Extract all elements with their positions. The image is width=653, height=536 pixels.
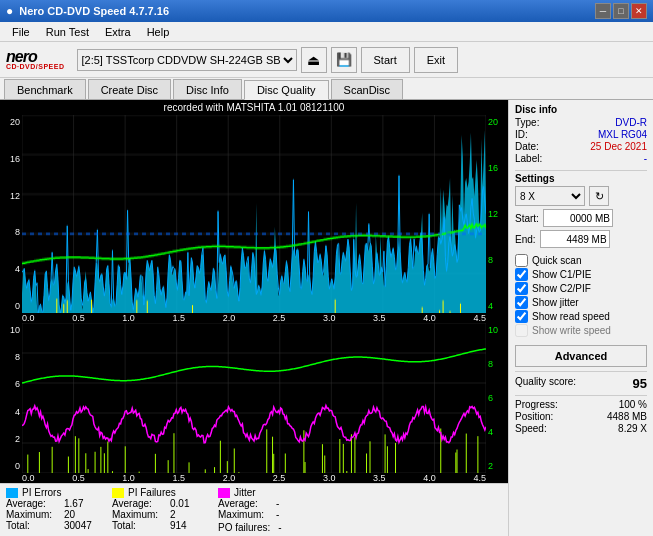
- pi-failures-avg-value: 0.01: [170, 498, 189, 509]
- show-c2pif-checkbox[interactable]: [515, 282, 528, 295]
- disc-type-value: DVD-R: [615, 117, 647, 128]
- show-read-speed-checkbox[interactable]: [515, 310, 528, 323]
- pi-failures-title: PI Failures: [128, 487, 176, 498]
- progress-section: Progress: 100 % Position: 4488 MB Speed:…: [515, 399, 647, 434]
- start-input[interactable]: [543, 209, 613, 227]
- divider-2: [515, 371, 647, 372]
- disc-label-label: Label:: [515, 153, 542, 164]
- pi-errors-max-label: Maximum:: [6, 509, 56, 520]
- settings-heading: Settings: [515, 173, 647, 184]
- speed-value: 8.29 X: [618, 423, 647, 434]
- close-button[interactable]: ✕: [631, 3, 647, 19]
- show-jitter-checkbox[interactable]: [515, 296, 528, 309]
- show-write-speed-checkbox: [515, 324, 528, 337]
- pi-errors-total-value: 30047: [64, 520, 92, 531]
- quick-scan-checkbox[interactable]: [515, 254, 528, 267]
- save-icon-button[interactable]: 💾: [331, 47, 357, 73]
- quick-scan-row: Quick scan: [515, 254, 647, 267]
- pi-errors-total-label: Total:: [6, 520, 56, 531]
- start-row: Start:: [515, 209, 647, 227]
- stats-bar: PI Errors Average: 1.67 Maximum: 20 Tota…: [0, 483, 508, 536]
- refresh-icon-button[interactable]: ↻: [589, 186, 609, 206]
- show-c2pif-row: Show C2/PIF: [515, 282, 647, 295]
- chart-title: recorded with MATSHITA 1.01 08121100: [0, 100, 508, 115]
- settings-section: Settings 8 X Maximum 4 X 2 X ↻ Start: En…: [515, 173, 647, 248]
- main-content: recorded with MATSHITA 1.01 08121100 20 …: [0, 100, 653, 536]
- pi-errors-avg-label: Average:: [6, 498, 56, 509]
- end-row: End:: [515, 230, 647, 248]
- disc-date-value: 25 Dec 2021: [590, 141, 647, 152]
- show-write-speed-label: Show write speed: [532, 325, 611, 336]
- position-label: Position:: [515, 411, 553, 422]
- pi-errors-legend-color: [6, 488, 18, 498]
- eject-icon-button[interactable]: ⏏: [301, 47, 327, 73]
- show-write-speed-row: Show write speed: [515, 324, 647, 337]
- pi-failures-max-label: Maximum:: [112, 509, 162, 520]
- tab-benchmark[interactable]: Benchmark: [4, 79, 86, 99]
- po-failures-label: PO failures:: [218, 522, 270, 533]
- jitter-legend-color: [218, 488, 230, 498]
- menu-run-test[interactable]: Run Test: [38, 24, 97, 40]
- menu-extra[interactable]: Extra: [97, 24, 139, 40]
- right-panel: Disc info Type: DVD-R ID: MXL RG04 Date:…: [508, 100, 653, 536]
- disc-id-value: MXL RG04: [598, 129, 647, 140]
- bottom-chart-canvas: [22, 323, 486, 473]
- end-input[interactable]: [540, 230, 610, 248]
- position-value: 4488 MB: [607, 411, 647, 422]
- divider-3: [515, 395, 647, 396]
- pi-errors-max-value: 20: [64, 509, 75, 520]
- jitter-avg-label: Average:: [218, 498, 268, 509]
- progress-value: 100 %: [619, 399, 647, 410]
- pi-failures-max-value: 2: [170, 509, 176, 520]
- menu-file[interactable]: File: [4, 24, 38, 40]
- jitter-title: Jitter: [234, 487, 256, 498]
- divider-1: [515, 170, 647, 171]
- pi-failures-total-label: Total:: [112, 520, 162, 531]
- show-c2pif-label: Show C2/PIF: [532, 283, 591, 294]
- pi-errors-stat: PI Errors Average: 1.67 Maximum: 20 Tota…: [6, 487, 96, 533]
- minimize-button[interactable]: ─: [595, 3, 611, 19]
- po-failures-value: -: [278, 522, 281, 533]
- show-read-speed-label: Show read speed: [532, 311, 610, 322]
- app-title: Nero CD-DVD Speed 4.7.7.16: [19, 5, 593, 17]
- disc-label-value: -: [644, 153, 647, 164]
- exit-button[interactable]: Exit: [414, 47, 458, 73]
- tab-create-disc[interactable]: Create Disc: [88, 79, 171, 99]
- y-axis-right-bottom: 10 8 6 4 2: [486, 323, 508, 473]
- tab-disc-quality[interactable]: Disc Quality: [244, 80, 329, 100]
- pi-failures-total-value: 914: [170, 520, 187, 531]
- y-axis-right-top: 20 16 12 8 4: [486, 115, 508, 313]
- menu-help[interactable]: Help: [139, 24, 178, 40]
- pi-errors-title: PI Errors: [22, 487, 61, 498]
- toolbar: nero CD·DVD/SPEED [2:5] TSSTcorp CDDVDW …: [0, 42, 653, 78]
- pi-failures-legend-color: [112, 488, 124, 498]
- y-axis-left-top: 20 16 12 8 4 0: [0, 115, 22, 313]
- speed-row: Speed: 8.29 X: [515, 423, 647, 434]
- quality-score-value: 95: [633, 376, 647, 391]
- maximize-button[interactable]: □: [613, 3, 629, 19]
- show-jitter-row: Show jitter: [515, 296, 647, 309]
- speed-label: Speed:: [515, 423, 547, 434]
- jitter-avg-value: -: [276, 498, 279, 509]
- speed-row: 8 X Maximum 4 X 2 X ↻: [515, 186, 647, 206]
- position-row: Position: 4488 MB: [515, 411, 647, 422]
- app-logo: nero CD·DVD/SPEED: [6, 49, 65, 70]
- top-chart: 20 16 12 8 4 0 20 16 12 8 4: [0, 115, 508, 313]
- top-chart-canvas: [22, 115, 486, 313]
- tab-disc-info[interactable]: Disc Info: [173, 79, 242, 99]
- advanced-button[interactable]: Advanced: [515, 345, 647, 367]
- menu-bar: File Run Test Extra Help: [0, 22, 653, 42]
- show-jitter-label: Show jitter: [532, 297, 579, 308]
- disc-date-label: Date:: [515, 141, 539, 152]
- show-c1pie-checkbox[interactable]: [515, 268, 528, 281]
- start-label: Start:: [515, 213, 539, 224]
- title-bar: ● Nero CD-DVD Speed 4.7.7.16 ─ □ ✕: [0, 0, 653, 22]
- start-button[interactable]: Start: [361, 47, 410, 73]
- tab-scandisc[interactable]: ScanDisc: [331, 79, 403, 99]
- pi-failures-stat: PI Failures Average: 0.01 Maximum: 2 Tot…: [112, 487, 202, 533]
- speed-select[interactable]: 8 X Maximum 4 X 2 X: [515, 186, 585, 206]
- jitter-stat: Jitter Average: - Maximum: - PO failures…: [218, 487, 308, 533]
- drive-select[interactable]: [2:5] TSSTcorp CDDVDW SH-224GB SB00: [77, 49, 297, 71]
- progress-label: Progress:: [515, 399, 558, 410]
- show-c1pie-label: Show C1/PIE: [532, 269, 591, 280]
